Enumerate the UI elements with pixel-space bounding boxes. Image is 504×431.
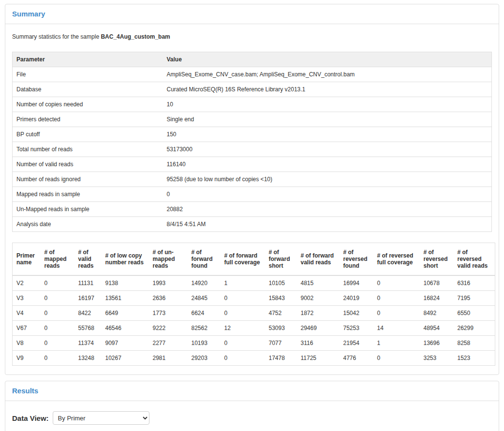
table-row: V801137490972277101930707731162195411369… (13, 336, 495, 351)
table-cell: 0 (221, 336, 265, 351)
table-cell: 0 (41, 275, 74, 291)
table-cell: File (13, 67, 163, 82)
table-cell: 7195 (454, 291, 495, 306)
table-row: Primers detectedSingle end (13, 112, 492, 127)
column-header: # of reversed valid reads (454, 243, 495, 276)
table-cell: 10678 (420, 275, 454, 291)
table-cell: 16824 (420, 291, 454, 306)
table-cell: Curated MicroSEQ(R) 16S Reference Librar… (163, 82, 492, 97)
table-cell: 82562 (188, 321, 221, 336)
table-cell: 0 (41, 351, 74, 366)
results-panel-title: Results (12, 387, 38, 395)
table-cell: Primers detected (13, 112, 163, 127)
column-header: # of reversed full coverage (373, 243, 420, 276)
table-cell: 1523 (454, 351, 495, 366)
table-row: Mapped reads in sample0 (13, 187, 492, 202)
table-cell: 9097 (102, 336, 149, 351)
table-row: Number of copies needed10 (13, 97, 492, 112)
data-view-select[interactable]: By Primer (53, 411, 149, 425)
table-cell: V9 (13, 351, 41, 366)
table-cell: 15042 (340, 306, 373, 321)
table-cell: 6550 (454, 306, 495, 321)
table-row: Total number of reads53173000 (13, 142, 492, 157)
sample-name: BAC_4Aug_custom_bam (101, 33, 170, 40)
parameter-table-body: FileAmpliSeq_Exome_CNV_case.bam; AmpliSe… (13, 67, 492, 232)
table-cell: Number of valid reads (13, 157, 163, 172)
table-cell: 24019 (340, 291, 373, 306)
table-cell: 4815 (297, 275, 340, 291)
table-cell: 0 (221, 306, 265, 321)
table-cell: 11131 (74, 275, 102, 291)
table-cell: 9002 (297, 291, 340, 306)
table-cell: V3 (13, 291, 41, 306)
table-cell: 46546 (102, 321, 149, 336)
table-cell: V2 (13, 275, 41, 291)
table-cell: Total number of reads (13, 142, 163, 157)
table-cell: 48954 (420, 321, 454, 336)
table-cell: 29469 (297, 321, 340, 336)
table-cell: 8492 (420, 306, 454, 321)
table-cell: 17478 (265, 351, 297, 366)
table-cell: 4752 (265, 306, 297, 321)
table-cell: 10 (163, 97, 492, 112)
table-row: FileAmpliSeq_Exome_CNV_case.bam; AmpliSe… (13, 67, 492, 82)
table-row: V408422664917736624047521872150420849265… (13, 306, 495, 321)
table-cell: 14920 (188, 275, 221, 291)
table-cell: 0 (221, 291, 265, 306)
table-cell: 1993 (149, 275, 188, 291)
table-cell: 29203 (188, 351, 221, 366)
table-cell: 12 (221, 321, 265, 336)
table-row: Number of reads ignored95258 (due to low… (13, 172, 492, 187)
table-cell: V67 (13, 321, 41, 336)
table-cell: V8 (13, 336, 41, 351)
table-cell: 13561 (102, 291, 149, 306)
table-cell: 53173000 (163, 142, 492, 157)
table-cell: 13696 (420, 336, 454, 351)
table-cell: 0 (41, 306, 74, 321)
primer-summary-table: Primer name# of mapped reads# of valid r… (12, 243, 495, 366)
table-cell: 26299 (454, 321, 495, 336)
summary-panel-body: Summary statistics for the sample BAC_4A… (5, 24, 499, 374)
column-header: # of un-mapped reads (149, 243, 188, 276)
table-cell: 7077 (265, 336, 297, 351)
parameter-table-header-row: ParameterValue (13, 52, 492, 67)
results-panel-body: Data View: By Primer PrimerPhylumClassOr… (5, 401, 499, 431)
table-cell: 15843 (265, 291, 297, 306)
table-cell: 2277 (149, 336, 188, 351)
table-cell: 2981 (149, 351, 188, 366)
table-cell: AmpliSeq_Exome_CNV_case.bam; AmpliSeq_Ex… (163, 67, 492, 82)
table-cell: 13248 (74, 351, 102, 366)
summary-panel-heading: Summary (5, 4, 499, 24)
column-header: Parameter (13, 52, 163, 67)
table-cell: 1872 (297, 306, 340, 321)
column-header: # of reversed found (340, 243, 373, 276)
table-cell: BP cutoff (13, 127, 163, 142)
summary-intro-prefix: Summary statistics for the sample (12, 33, 101, 40)
table-cell: 9138 (102, 275, 149, 291)
table-cell: 0 (41, 321, 74, 336)
page: Summary Summary statistics for the sampl… (0, 0, 504, 431)
table-cell: 75253 (340, 321, 373, 336)
table-row: V670557684654692228256212530932946975253… (13, 321, 495, 336)
table-row: Analysis date8/4/15 4:51 AM (13, 217, 492, 232)
column-header: # of forward short (265, 243, 297, 276)
table-cell: 16197 (74, 291, 102, 306)
table-cell: 8422 (74, 306, 102, 321)
table-cell: 1 (221, 275, 265, 291)
table-cell: 0 (41, 336, 74, 351)
table-row: BP cutoff150 (13, 127, 492, 142)
data-view-row: Data View: By Primer (12, 411, 492, 425)
table-cell: 10105 (265, 275, 297, 291)
table-cell: 11374 (74, 336, 102, 351)
table-cell: 6624 (188, 306, 221, 321)
table-cell: 10267 (102, 351, 149, 366)
table-cell: 8/4/15 4:51 AM (163, 217, 492, 232)
parameter-table: ParameterValue FileAmpliSeq_Exome_CNV_ca… (12, 52, 492, 232)
summary-panel-title: Summary (12, 10, 45, 18)
table-cell: 16994 (340, 275, 373, 291)
table-cell: Single end (163, 112, 492, 127)
column-header: # of valid reads (74, 243, 102, 276)
table-cell: 0 (373, 275, 420, 291)
primer-table-header-row: Primer name# of mapped reads# of valid r… (13, 243, 495, 276)
table-cell: 2636 (149, 291, 188, 306)
